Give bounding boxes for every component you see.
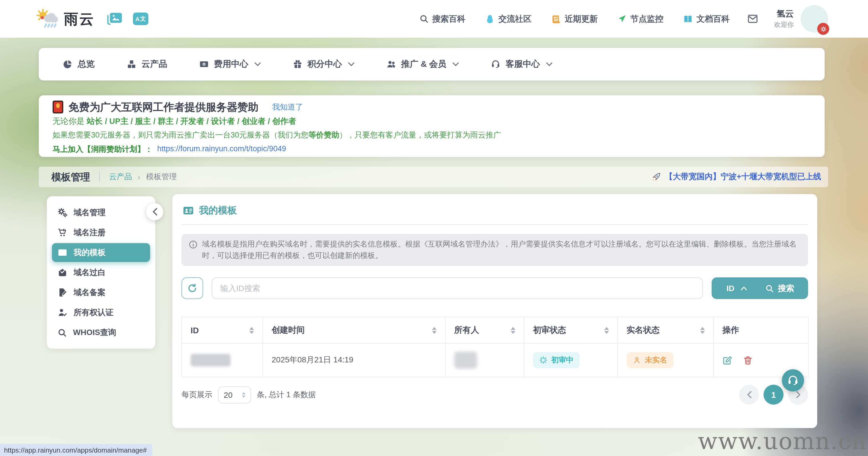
refresh-button[interactable] (182, 277, 203, 299)
sidebar-item-my-templates[interactable]: 我的模板 (52, 243, 150, 262)
banner-line-3: 如果您需要30元服务器，则只需为雨云推广卖出一台30元服务器（我们为您等价赞助）… (53, 130, 811, 141)
realname-status-text: 未实名 (645, 355, 667, 365)
my-templates-panel: 我的模板 域名模板是指用户在购买域名时，需要提供的实名信息模板。根据《互联网域名… (172, 194, 817, 428)
brand-logo[interactable]: 雨云 (36, 8, 95, 29)
nav-item-support-center[interactable]: 客服中心 (491, 59, 552, 70)
banner-topic-link[interactable]: https://forum.rainyun.com/t/topic/9049 (157, 144, 286, 155)
banner-line-4: 马上加入【润雨赞助计划】： https://forum.rainyun.com/… (53, 144, 811, 155)
current-page-button[interactable]: 1 (764, 385, 783, 405)
avatar-settings-badge[interactable] (817, 23, 829, 35)
pagination-summary: 条, 总计 1 条数据 (257, 390, 316, 400)
delete-button[interactable] (743, 355, 753, 365)
per-page-value: 20 (224, 390, 232, 399)
edit-button[interactable] (722, 355, 732, 365)
sidebar-item-whois[interactable]: WHOIS查询 (52, 323, 150, 342)
chevron-up-icon (741, 286, 747, 290)
sort-icons[interactable] (249, 327, 254, 334)
announcement-text: 【大带宽国内】宁波+十堰大带宽机型已上线 (665, 172, 821, 182)
search-filter-dropdown[interactable]: ID (712, 277, 758, 299)
table-row: 2025年08月21日 14:19 初审中 未实名 (182, 343, 808, 377)
nav-item-label: 费用中心 (214, 59, 248, 70)
avatar[interactable] (801, 5, 828, 33)
watermark: www.uomn.cn (698, 428, 867, 454)
translate-icon[interactable]: A文 (133, 12, 148, 25)
chevron-down-icon (453, 62, 459, 66)
search-filter-label: ID (726, 284, 735, 293)
nav-item-label: 推广 & 会员 (401, 59, 446, 70)
sort-icons[interactable] (511, 327, 515, 334)
stepper-arrows-icon[interactable] (242, 392, 245, 397)
nav-item-affiliate-membership[interactable]: 推广 & 会员 (386, 59, 459, 70)
sidebar-item-ownership-verify[interactable]: 所有权认证 (52, 303, 150, 322)
sort-icons[interactable] (432, 327, 437, 334)
billing-money-icon (199, 59, 209, 69)
support-fab-button[interactable] (782, 369, 804, 392)
banner-join-label: 马上加入【润雨赞助计划】： (53, 144, 153, 155)
sidebar-item-domain-register[interactable]: 域名注册 (52, 223, 150, 242)
column-header-created[interactable]: 创建时间 (272, 325, 437, 336)
search-button-label: 搜索 (778, 283, 795, 294)
sidebar-item-domain-icp[interactable]: 域名备案 (52, 283, 150, 302)
top-link-recent-updates[interactable]: 近期更新 (551, 13, 598, 24)
info-alert-text: 域名模板是指用户在购买域名时，需要提供的实名信息模板。根据《互联网域名管理办法》… (202, 239, 801, 262)
status-bar-url: https://app.rainyun.com/apps/domain/mana… (0, 444, 152, 456)
chevron-left-icon (747, 391, 751, 398)
points-gift-icon (293, 59, 303, 69)
breadcrumb-separator: › (138, 173, 141, 181)
sort-icons[interactable] (604, 327, 609, 334)
node-monitor-arrow-icon (617, 14, 626, 23)
recent-updates-news-icon (551, 14, 561, 24)
gallery-icon[interactable] (107, 12, 123, 26)
banner-dismiss-link[interactable]: 我知道了 (272, 102, 303, 112)
review-status-text: 初审中 (551, 355, 574, 365)
prev-page-button[interactable] (739, 385, 759, 405)
breadcrumb-current: 模板管理 (146, 172, 177, 182)
person-icon (633, 356, 641, 364)
per-page-stepper[interactable]: 20 (218, 386, 251, 403)
top-link-community[interactable]: 交流社区 (485, 13, 532, 24)
sidebar-item-label: 我的模板 (73, 247, 105, 258)
top-link-label: 近期更新 (565, 13, 598, 24)
nav-item-cloud-products[interactable]: 云产品 (127, 59, 167, 70)
rainyun-domain-template-page: 雨云 A文 搜索百科 交流社区 近期更新 节点监控 (0, 0, 868, 456)
sidebar: 域名管理 域名注册 我的模板 域名过白 域名备案 所有权认证 WHOIS查询 (47, 196, 155, 349)
column-header-actions: 操作 (722, 325, 800, 336)
column-header-id[interactable]: ID (191, 326, 254, 335)
sidebar-item-domain-manage[interactable]: 域名管理 (52, 203, 150, 222)
nav-item-label: 客服中心 (506, 59, 540, 70)
headset-icon (787, 374, 799, 386)
trash-icon (743, 355, 753, 365)
search-input[interactable] (212, 277, 703, 299)
search-icon (419, 14, 428, 23)
red-envelope-icon (53, 100, 63, 114)
column-header-owner[interactable]: 所有人 (454, 325, 515, 336)
top-link-label: 文档百科 (696, 13, 730, 24)
search-button[interactable]: 搜索 (758, 277, 808, 299)
edit-icon (722, 355, 732, 365)
nav-item-overview[interactable]: 总览 (63, 59, 95, 70)
breadcrumb-bar: 模板管理 云产品 › 模板管理 【大带宽国内】宁波+十堰大带宽机型已上线 (39, 166, 828, 187)
sidebar-item-domain-whitelist[interactable]: 域名过白 (52, 263, 150, 282)
sidebar-item-label: 所有权认证 (73, 307, 114, 317)
review-status-badge: 初审中 (533, 352, 580, 368)
breadcrumb-parent-link[interactable]: 云产品 (109, 172, 132, 182)
table-header-row: ID 创建时间 所有人 初审状态 实名状态 操作 (182, 317, 808, 343)
rocket-icon (651, 172, 661, 182)
sidebar-collapse-button[interactable] (146, 203, 163, 220)
refresh-icon (187, 283, 197, 293)
chevron-left-icon (152, 208, 157, 216)
column-header-review-status[interactable]: 初审状态 (533, 325, 609, 336)
user-info[interactable]: 氢云 欢迎你 (774, 8, 794, 29)
announcement-link[interactable]: 【大带宽国内】宁波+十堰大带宽机型已上线 (651, 172, 821, 182)
mail-button[interactable] (747, 13, 758, 25)
nav-item-billing-center[interactable]: 费用中心 (199, 59, 261, 70)
translate-letter-a: A (135, 16, 140, 22)
gears-icon (58, 208, 67, 217)
realname-status-badge: 未实名 (627, 352, 673, 368)
top-link-search-wiki[interactable]: 搜索百科 (419, 13, 465, 24)
top-link-docs-wiki[interactable]: 文档百科 (683, 13, 730, 24)
column-header-realname-status[interactable]: 实名状态 (627, 325, 705, 336)
sort-icons[interactable] (700, 327, 705, 334)
nav-item-points-center[interactable]: 积分中心 (293, 59, 354, 70)
top-link-node-monitor[interactable]: 节点监控 (617, 13, 663, 24)
